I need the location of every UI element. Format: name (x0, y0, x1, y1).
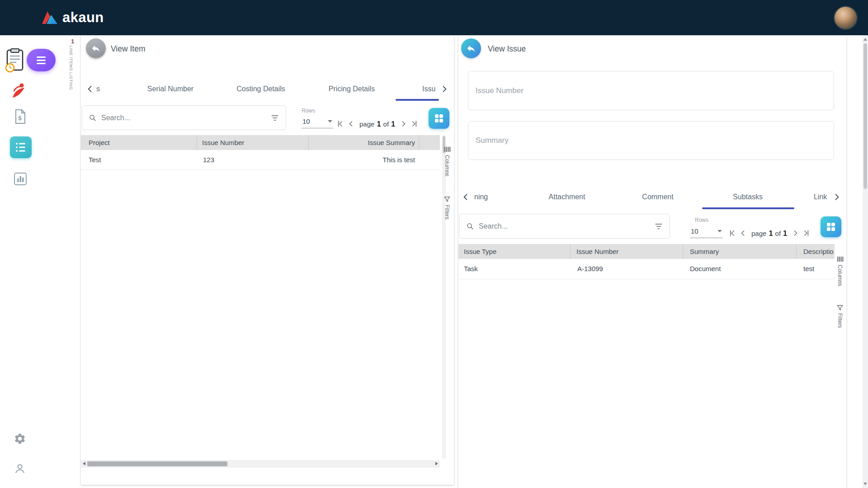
settings-gear-icon[interactable] (14, 432, 26, 445)
grid-view-button[interactable] (821, 216, 841, 237)
tab-pricing-details[interactable]: Pricing Details (329, 77, 375, 101)
tabs-scroll-left-icon[interactable] (85, 77, 94, 101)
page-scrollbar (863, 35, 868, 488)
tab-link-partial[interactable]: Link (814, 184, 827, 209)
rows-label: Rows (302, 108, 315, 114)
columns-label: Columns (837, 265, 843, 286)
filter-list-icon[interactable] (654, 222, 663, 231)
next-page-button[interactable] (791, 228, 801, 238)
page-indicator: page 1 of 1 (751, 229, 787, 238)
cell-description: test (803, 259, 814, 279)
svg-text:$: $ (18, 115, 22, 122)
table-header: Project Issue Number Issue Summary (81, 135, 440, 150)
page-title: View Issue (488, 44, 526, 54)
column-header-issue-number: Issue Number (202, 135, 244, 150)
back-button[interactable] (461, 38, 481, 58)
first-page-button[interactable] (727, 228, 737, 238)
search-input[interactable] (101, 114, 266, 122)
brand-logo[interactable]: akaun (42, 0, 104, 35)
tab-attachment[interactable]: Attachment (549, 184, 585, 209)
page-indicator: page 1 of 1 (359, 120, 395, 128)
tab-issues-active[interactable]: Issu (422, 77, 435, 101)
rows-per-page-select[interactable]: 10 (302, 115, 333, 128)
user-avatar[interactable] (835, 7, 857, 29)
rows-value: 10 (302, 117, 310, 125)
column-header-description: Descriptio (803, 244, 834, 259)
page-title: View Item (111, 44, 146, 54)
prev-page-button[interactable] (346, 119, 356, 129)
profile-icon[interactable] (14, 463, 26, 474)
table-row[interactable]: Task A-13099 Document test (458, 259, 835, 279)
tabs-scroll-right-icon[interactable] (440, 77, 449, 101)
column-header-summary: Summary (690, 244, 719, 259)
column-header-project: Project (89, 135, 110, 150)
tab-comment[interactable]: Comment (642, 184, 673, 209)
grid-icon (826, 222, 835, 231)
column-header-issue-type: Issue Type (464, 244, 496, 259)
column-header-issue-number: Issue Number (576, 244, 618, 259)
menu-icon (37, 56, 46, 64)
next-page-button[interactable] (399, 119, 409, 129)
brand-name: akaun (62, 9, 104, 26)
last-page-button[interactable] (410, 119, 420, 129)
filter-list-icon[interactable] (270, 113, 279, 122)
last-page-button[interactable] (802, 228, 811, 238)
column-header-issue-summary: Issue Summary (368, 135, 415, 150)
back-arrow-icon (91, 43, 101, 53)
scroll-down-arrow[interactable] (863, 483, 867, 485)
summary-input[interactable] (468, 122, 834, 160)
issue-number-input[interactable] (468, 71, 834, 110)
scrollbar-thumb[interactable] (863, 43, 867, 189)
cell-issue-summary: This is test (382, 150, 415, 170)
invoice-document-icon[interactable]: $ (14, 108, 27, 125)
columns-icon (837, 256, 844, 263)
filters-label: Filters (837, 313, 843, 328)
scroll-left-arrow[interactable] (83, 462, 85, 465)
tabs-scroll-right-icon[interactable] (832, 184, 841, 209)
page-total: 1 (391, 120, 395, 128)
tabs-scroll-left-icon[interactable] (461, 184, 470, 209)
first-page-button[interactable] (335, 119, 345, 129)
cell-summary: Document (690, 259, 721, 279)
page-current: 1 (377, 120, 381, 128)
pagination: page 1 of 1 (727, 226, 811, 240)
filters-toggle[interactable]: Filters (443, 196, 451, 220)
columns-toggle[interactable]: Columns (443, 146, 451, 176)
sidebar-item-line-items-active[interactable] (10, 136, 32, 158)
chart-icon[interactable] (13, 172, 28, 186)
page-total: 1 (783, 229, 787, 238)
back-button[interactable] (86, 38, 106, 58)
search-box (459, 214, 670, 239)
search-box (82, 105, 286, 130)
tab-costing-details[interactable]: Costing Details (236, 77, 285, 101)
columns-toggle[interactable]: Columns (836, 256, 844, 286)
active-tab-underline (396, 99, 439, 101)
module-clipboard-clock-icon[interactable] (3, 47, 29, 74)
cell-issue-number: 123 (203, 150, 214, 170)
scrollbar-thumb[interactable] (87, 461, 227, 466)
tab-serial-number[interactable]: Serial Number (147, 77, 193, 101)
prev-page-button[interactable] (738, 228, 748, 238)
grid-view-button[interactable] (429, 108, 449, 129)
table-header: Issue Type Issue Number Summary Descript… (458, 244, 835, 259)
tab-partial-left[interactable]: s (96, 77, 100, 101)
cell-issue-number: A-13099 (577, 259, 603, 279)
active-tab-underline (702, 207, 794, 209)
tab-planning-partial[interactable]: ning (474, 184, 488, 209)
filters-toggle[interactable]: Filters (836, 305, 844, 328)
table-row[interactable]: Test 123 This is test (81, 150, 440, 170)
tab-strip: s Serial Number Costing Details Pricing … (81, 77, 453, 101)
search-icon (89, 114, 97, 122)
line-items-listing-label: LINE ITEMS LISTING (69, 46, 73, 90)
line-items-menu-badge[interactable] (27, 49, 56, 71)
scroll-right-arrow[interactable] (435, 462, 438, 465)
search-input[interactable] (479, 222, 650, 230)
tab-strip: ning Attachment Comment Subtasks Link (458, 184, 846, 209)
red-app-icon[interactable] (11, 82, 27, 99)
back-arrow-icon (466, 43, 476, 53)
scroll-up-arrow[interactable] (863, 38, 867, 41)
of-label: of (775, 230, 781, 237)
rows-per-page-select[interactable]: 10 (690, 225, 723, 238)
tab-subtasks-active[interactable]: Subtasks (733, 184, 763, 209)
columns-label: Columns (444, 155, 450, 176)
